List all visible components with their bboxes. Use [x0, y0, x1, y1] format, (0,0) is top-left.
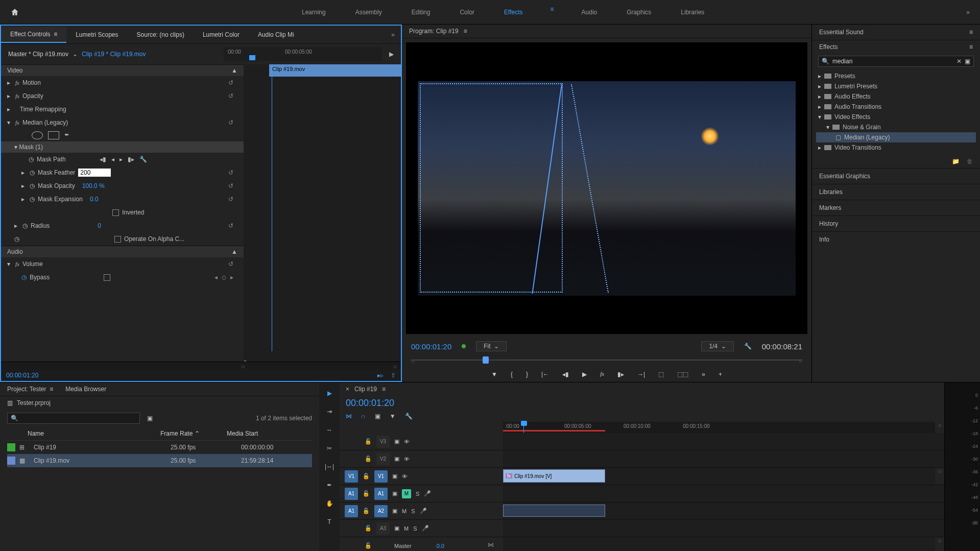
tab-lumetri-scopes[interactable]: Lumetri Scopes	[66, 27, 127, 42]
markers-header[interactable]: Markers	[812, 200, 980, 215]
volume-effect[interactable]: ▾fxVolume ↺	[1, 257, 244, 271]
next-keyframe-icon[interactable]: ▸	[230, 274, 233, 281]
stopwatch-icon[interactable]: ◷	[29, 156, 34, 163]
libraries-header[interactable]: Libraries	[812, 184, 980, 200]
lock-icon[interactable]: 🔓	[365, 438, 372, 445]
marker-icon[interactable]: ▼	[390, 413, 396, 420]
stopwatch-icon[interactable]: ◷	[30, 169, 35, 176]
tree-lumetri-presets[interactable]: ▸Lumetri Presets	[816, 81, 976, 91]
tree-median-legacy[interactable]: ▢Median (Legacy)	[816, 132, 976, 142]
voice-over-icon[interactable]: 🎤	[424, 490, 431, 497]
tree-presets[interactable]: ▸Presets	[816, 71, 976, 81]
sync-lock-icon[interactable]: ▣	[392, 473, 397, 480]
workspace-color[interactable]: Color	[458, 6, 476, 19]
trash-icon[interactable]: 🗑	[967, 158, 973, 165]
reset-icon[interactable]: ↺	[228, 169, 237, 176]
mask-1-header[interactable]: ▾ Mask (1)	[1, 141, 244, 153]
effects-search-input[interactable]	[832, 58, 953, 65]
stopwatch-icon[interactable]: ◷	[22, 222, 28, 229]
tab-media-browser[interactable]: Media Browser	[65, 386, 106, 393]
workspace-audio[interactable]: Audio	[580, 6, 600, 19]
add-marker-icon[interactable]: ▼	[491, 371, 497, 378]
overflow-icon[interactable]: »	[702, 371, 705, 378]
track-back-icon[interactable]: ◂▮	[100, 156, 106, 163]
loop-icon[interactable]: ▸▹	[377, 372, 384, 379]
project-search[interactable]: 🔍	[7, 413, 140, 424]
program-scrubber[interactable]: ○ ○	[411, 354, 802, 367]
sequence-clip-link[interactable]: Clip #19 * Clip #19.mov	[82, 51, 146, 58]
overflow-icon[interactable]: »	[966, 9, 970, 16]
reset-icon[interactable]: ↺	[228, 222, 237, 229]
panel-menu-icon[interactable]: ≡	[969, 29, 973, 36]
workspace-learning[interactable]: Learning	[300, 6, 328, 19]
eye-icon[interactable]: 👁	[402, 473, 408, 480]
panel-menu-icon[interactable]: ≡	[464, 28, 467, 35]
tab-audio-clip-mixer[interactable]: Audio Clip Mi	[249, 27, 303, 42]
voice-over-icon[interactable]: 🎤	[420, 508, 427, 514]
eye-icon[interactable]: 👁	[404, 456, 410, 462]
sync-lock-icon[interactable]: ▣	[392, 508, 397, 514]
col-media-start[interactable]: Media Start	[227, 430, 312, 437]
scroll-marker-icon[interactable]: ○	[935, 537, 944, 551]
voice-over-icon[interactable]: 🎤	[422, 525, 429, 532]
home-icon[interactable]	[10, 8, 19, 17]
extract-icon[interactable]: ⬚⬚	[677, 371, 688, 378]
inverted-checkbox[interactable]	[112, 209, 119, 216]
ellipse-mask-icon[interactable]	[32, 131, 43, 139]
lane-a2[interactable]	[503, 502, 944, 519]
ec-timecode[interactable]: 00:00:01:20	[6, 372, 38, 379]
slip-tool-icon[interactable]: |↔|	[325, 463, 334, 470]
lift-icon[interactable]: ⬚	[658, 371, 664, 378]
eye-icon[interactable]: 👁	[404, 439, 410, 445]
play-icon[interactable]: ▶	[582, 371, 587, 378]
opacity-effect[interactable]: ▸fxOpacity ↺	[1, 89, 244, 103]
zoom-fit-dropdown[interactable]: Fit ⌄	[476, 341, 507, 351]
audio-clip[interactable]	[503, 505, 605, 517]
mask-feather-input[interactable]	[78, 169, 111, 177]
panel-menu-icon[interactable]: ≡	[382, 386, 386, 393]
col-name[interactable]: Name	[28, 430, 160, 437]
razor-tool-icon[interactable]: ✂	[327, 445, 332, 452]
master-gain[interactable]: 0.0	[437, 543, 444, 549]
label-chip[interactable]	[7, 457, 15, 465]
tree-audio-effects[interactable]: ▸Audio Effects	[816, 91, 976, 102]
essential-sound-header[interactable]: Essential Sound≡	[812, 25, 980, 40]
effects-header[interactable]: Effects≡	[812, 40, 980, 54]
lock-icon[interactable]: 🔓	[363, 490, 370, 497]
source-patch-a1b[interactable]: A1	[345, 505, 358, 517]
collapse-caret-icon[interactable]: ⌃	[243, 359, 248, 366]
reset-icon[interactable]: ↺	[228, 182, 237, 189]
video-clip[interactable]: fxClip #19.mov [V]	[503, 469, 605, 483]
go-to-in-icon[interactable]: |←	[541, 371, 549, 378]
solo-button[interactable]: S	[416, 491, 419, 497]
lock-icon[interactable]: 🔓	[363, 473, 370, 480]
tree-noise-grain[interactable]: ▾Noise & Grain	[816, 122, 976, 132]
new-folder-icon[interactable]: 📁	[952, 158, 960, 165]
lane-v1[interactable]: fxClip #19.mov [V]	[503, 468, 935, 485]
reset-icon[interactable]: ↺	[228, 260, 237, 268]
close-seq-icon[interactable]: ×	[346, 386, 349, 393]
sequence-name[interactable]: Clip #19	[354, 386, 377, 393]
go-to-out-icon[interactable]: →|	[637, 371, 645, 378]
track-target-v3[interactable]: V3	[376, 436, 390, 448]
median-effect[interactable]: ▾fxMedian (Legacy) ↺	[1, 116, 244, 129]
add-button-icon[interactable]: +	[719, 371, 722, 378]
source-patch-v1[interactable]: V1	[345, 470, 358, 483]
track-target-a3[interactable]: A3	[376, 522, 390, 535]
panel-menu-icon[interactable]: ≡	[969, 43, 973, 51]
tab-project[interactable]: Project: Tester ≡	[7, 386, 53, 393]
bypass-checkbox[interactable]	[104, 274, 110, 281]
source-patch-a1[interactable]: A1	[345, 488, 358, 500]
add-keyframe-icon[interactable]: ◇	[222, 274, 226, 281]
play-triangle-icon[interactable]: ▶	[389, 51, 394, 58]
stopwatch-icon[interactable]: ◷	[21, 274, 27, 281]
add-marker-icon[interactable]: ▣	[375, 413, 380, 420]
info-header[interactable]: Info	[812, 231, 980, 247]
effects-search[interactable]: 🔍 ✕ ▣	[818, 56, 974, 67]
type-tool-icon[interactable]: T	[327, 518, 331, 525]
track-select-tool-icon[interactable]: ⇥	[327, 408, 332, 415]
ec-mini-ruler[interactable]: :00:00 00:00:05:00	[224, 47, 382, 61]
track-target-v1[interactable]: V1	[374, 470, 388, 483]
alpha-checkbox[interactable]	[114, 236, 121, 243]
program-viewer[interactable]	[406, 42, 807, 334]
